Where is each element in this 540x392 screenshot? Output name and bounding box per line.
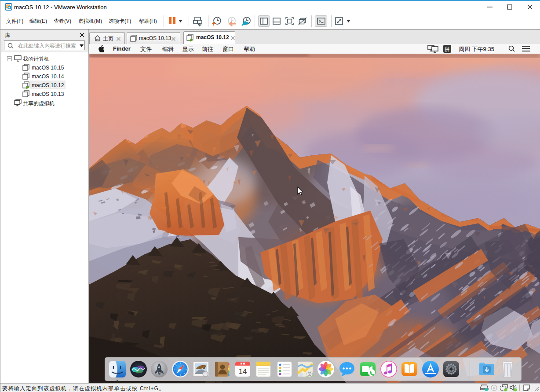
- svg-text:14: 14: [239, 367, 247, 376]
- svg-text:3D: 3D: [308, 373, 311, 376]
